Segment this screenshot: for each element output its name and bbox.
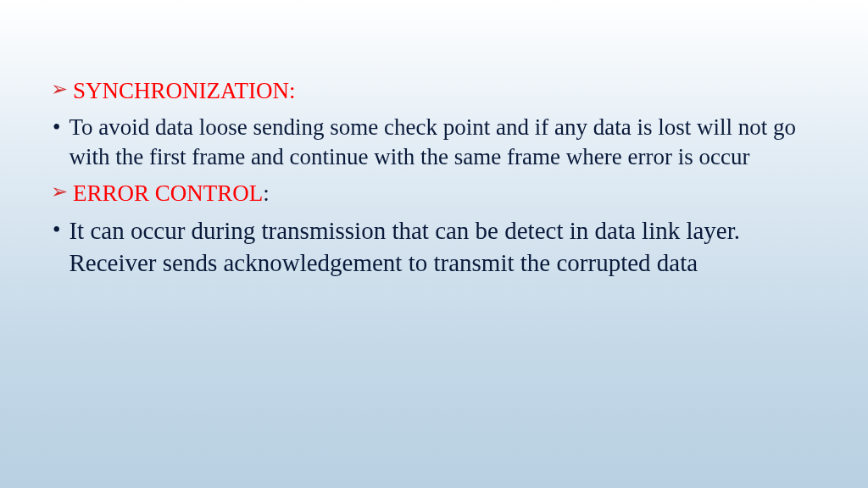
colon: : [263, 180, 270, 206]
body-text: To avoid data loose sending some check p… [69, 113, 815, 172]
heading-text: SYNCHRONIZATION: [73, 76, 296, 106]
dot-bullet-icon: • [53, 113, 60, 142]
heading-text-wrapper: ERROR CONTROL: [73, 179, 270, 208]
slide-content: ➢ SYNCHRONIZATION: • To avoid data loose… [51, 76, 817, 280]
heading-text: ERROR CONTROL [73, 180, 263, 206]
dot-bullet-icon: • [53, 215, 60, 245]
arrow-bullet-icon: ➢ [51, 179, 68, 205]
body-error-control: • It can occur during transmission that … [51, 215, 817, 279]
body-text: It can occur during transmission that ca… [69, 215, 806, 279]
heading-synchronization: ➢ SYNCHRONIZATION: [51, 76, 817, 106]
body-synchronization: • To avoid data loose sending some check… [51, 113, 817, 172]
arrow-bullet-icon: ➢ [51, 76, 68, 103]
heading-error-control: ➢ ERROR CONTROL: [51, 179, 817, 208]
